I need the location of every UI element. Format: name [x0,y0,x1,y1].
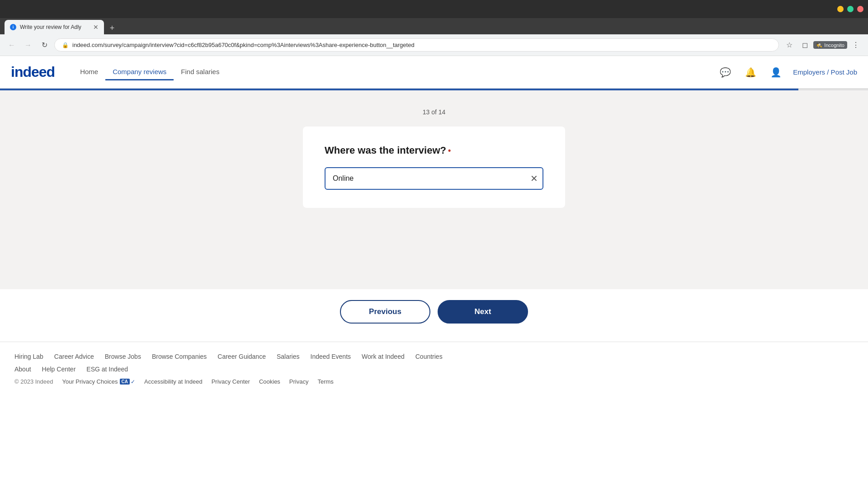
nav-home[interactable]: Home [73,64,105,80]
required-indicator: • [448,146,451,155]
main-navigation: Home Company reviews Find salaries [73,64,226,80]
refresh-button[interactable]: ↻ [38,39,51,52]
question-label: Where was the interview? • [325,145,543,156]
footer-cookies-link[interactable]: Cookies [259,378,280,385]
footer-privacy-center-link[interactable]: Privacy Center [212,378,250,385]
indeed-logo[interactable]: indeed [11,64,55,80]
footer-link-browse-jobs[interactable]: Browse Jobs [105,353,141,360]
footer-terms-link[interactable]: Terms [317,378,333,385]
tab-close-icon[interactable]: ✕ [93,23,99,31]
footer-link-work-at-indeed[interactable]: Work at Indeed [362,353,405,360]
maximize-button[interactable] [847,6,854,12]
site-footer: Hiring Lab Career Advice Browse Jobs Bro… [0,342,868,396]
next-button[interactable]: Next [438,300,528,324]
menu-button[interactable]: ⋮ [849,38,863,52]
logo-text: indeed [11,64,55,80]
back-button[interactable]: ← [5,39,18,52]
footer-privacy-link[interactable]: Privacy [289,378,309,385]
main-content: 13 of 14 Where was the interview? • ✕ [0,90,868,289]
incognito-badge: 🕵 Incognito [813,41,847,49]
page-wrapper: indeed Home Company reviews Find salarie… [0,56,868,488]
browser-chrome: i Write your review for Adly ✕ + ← → ↻ 🔒… [0,0,868,56]
employers-post-job-link[interactable]: Employers / Post Job [793,68,857,76]
browser-tab-active[interactable]: i Write your review for Adly ✕ [5,20,104,34]
question-container: Where was the interview? • ✕ [303,127,565,208]
header-right: 💬 🔔 👤 Employers / Post Job [717,64,857,80]
footer-link-indeed-events[interactable]: Indeed Events [311,353,351,360]
incognito-icon: 🕵 [816,42,822,48]
browser-nav-icons: ☆ ◻ 🕵 Incognito ⋮ [783,38,863,52]
url-text: indeed.com/survey/campaign/interview?cid… [72,42,771,48]
forward-button[interactable]: → [22,39,34,52]
messages-icon[interactable]: 💬 [717,64,733,80]
incognito-label: Incognito [824,42,844,48]
copyright-text: © 2023 Indeed [14,378,53,385]
footer-bottom: © 2023 Indeed Your Privacy Choices CA ✓ … [14,378,854,385]
footer-link-esg[interactable]: ESG at Indeed [86,366,128,373]
close-button[interactable] [857,6,863,12]
site-header: indeed Home Company reviews Find salarie… [0,56,868,89]
footer-accessibility-link[interactable]: Accessibility at Indeed [144,378,203,385]
footer-link-hiring-lab[interactable]: Hiring Lab [14,353,43,360]
footer-link-countries[interactable]: Countries [415,353,443,360]
step-counter: 13 of 14 [423,108,446,116]
bookmark-button[interactable]: ☆ [783,38,796,52]
footer-link-career-guidance[interactable]: Career Guidance [217,353,266,360]
profile-icon[interactable]: 👤 [768,64,784,80]
footer-link-salaries[interactable]: Salaries [277,353,300,360]
profile-button[interactable]: ◻ [798,38,811,52]
footer-links-row-1: Hiring Lab Career Advice Browse Jobs Bro… [14,353,854,360]
tab-favicon: i [10,24,16,30]
nav-find-salaries[interactable]: Find salaries [174,64,226,80]
footer-link-career-advice[interactable]: Career Advice [54,353,94,360]
new-tab-button[interactable]: + [106,22,118,34]
window-controls [837,6,863,12]
footer-privacy-choices-link[interactable]: Your Privacy Choices CA ✓ [62,378,135,385]
footer-link-browse-companies[interactable]: Browse Companies [152,353,207,360]
navigation-buttons: Previous Next [0,289,868,342]
browser-tab-bar: i Write your review for Adly ✕ + [0,18,868,34]
secure-icon: 🔒 [62,42,69,48]
previous-button[interactable]: Previous [340,300,430,324]
interview-location-input[interactable] [325,167,543,190]
question-text: Where was the interview? [325,145,446,156]
browser-navigation-bar: ← → ↻ 🔒 indeed.com/survey/campaign/inter… [0,34,868,56]
notifications-icon[interactable]: 🔔 [742,64,759,80]
tab-title: Write your review for Adly [20,24,90,30]
nav-company-reviews[interactable]: Company reviews [105,64,174,80]
privacy-choices-badge: CA ✓ [120,379,135,385]
privacy-choices-text: Your Privacy Choices [62,378,118,385]
browser-titlebar [0,0,868,18]
input-wrapper: ✕ [325,167,543,190]
footer-link-help-center[interactable]: Help Center [42,366,76,373]
footer-links-row-2: About Help Center ESG at Indeed [14,366,854,373]
clear-input-button[interactable]: ✕ [530,173,538,184]
minimize-button[interactable] [837,6,844,12]
footer-link-about[interactable]: About [14,366,31,373]
address-bar[interactable]: 🔒 indeed.com/survey/campaign/interview?c… [54,38,779,52]
